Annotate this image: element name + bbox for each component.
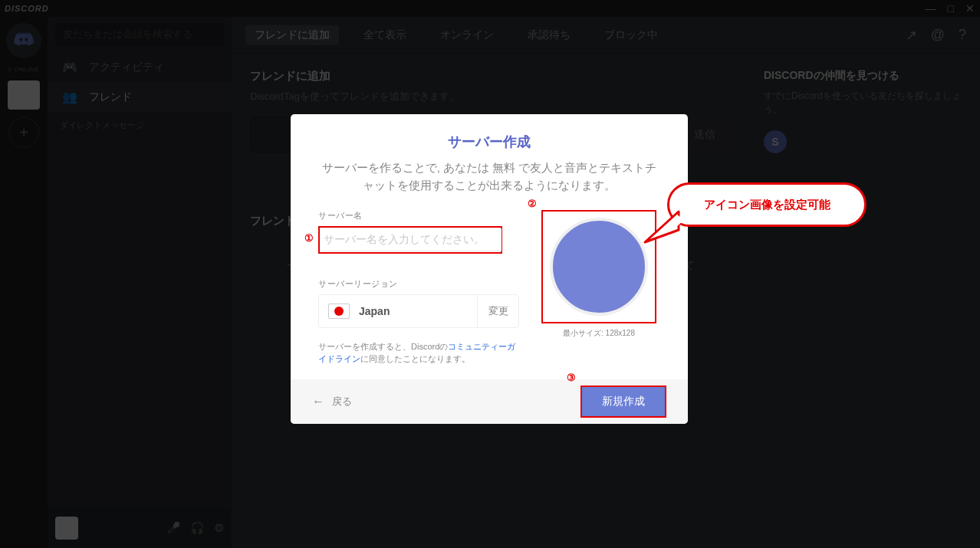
modal-subtitle: サーバーを作ることで, あなたは 無料 で友人と音声とテキストチャットを使用する…	[318, 159, 660, 195]
annotation-marker-2: ②	[528, 198, 537, 209]
server-icon-upload[interactable]	[550, 218, 648, 316]
community-guidelines-note: サーバーを作成すると、Discordのコミュニティーガイドラインに同意したことに…	[318, 340, 519, 366]
annotation-marker-1: ①	[304, 232, 314, 244]
modal-footer: ← 戻る ③ 新規作成	[291, 379, 688, 424]
callout-bubble: アイコン画像を設定可能	[667, 182, 867, 227]
create-server-modal: サーバー作成 サーバーを作ることで, あなたは 無料 で友人と音声とテキストチャ…	[291, 114, 688, 424]
annotation-marker-3: ③	[567, 372, 576, 383]
annotation-box-2: ②	[541, 210, 656, 323]
change-region-button[interactable]: 変更	[477, 295, 518, 327]
annotation-box-1: ①	[318, 226, 502, 254]
server-region-label: サーバーリージョン	[318, 278, 519, 290]
annotation-box-3: ③ 新規作成	[580, 386, 666, 418]
modal-title: サーバー作成	[318, 133, 660, 151]
server-name-label: サーバー名	[318, 210, 519, 221]
server-region-selector: Japan 変更	[318, 294, 519, 328]
create-server-button[interactable]: 新規作成	[582, 387, 665, 416]
annotation-callout: アイコン画像を設定可能	[656, 182, 867, 251]
back-button[interactable]: ← 戻る	[312, 395, 352, 409]
svg-marker-0	[645, 212, 679, 242]
callout-tail-icon	[642, 205, 696, 259]
icon-min-size-hint: 最小サイズ: 128x128	[538, 328, 660, 339]
server-name-input[interactable]	[321, 228, 502, 251]
back-arrow-icon: ←	[312, 395, 324, 409]
japan-flag-icon	[328, 304, 350, 319]
region-value: Japan	[359, 305, 477, 317]
